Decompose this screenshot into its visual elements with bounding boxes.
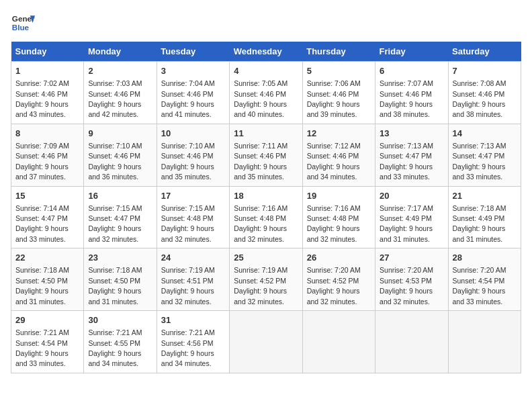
calendar-cell: 7Sunrise: 7:08 AMSunset: 4:46 PMDaylight… — [448, 62, 521, 124]
day-number: 10 — [161, 128, 225, 140]
day-info: Sunrise: 7:15 AMSunset: 4:47 PMDaylight:… — [88, 204, 142, 243]
calendar-cell: 19Sunrise: 7:16 AMSunset: 4:48 PMDayligh… — [302, 186, 375, 248]
calendar-cell: 3Sunrise: 7:04 AMSunset: 4:46 PMDaylight… — [157, 62, 229, 124]
day-info: Sunrise: 7:12 AMSunset: 4:46 PMDaylight:… — [307, 142, 361, 181]
calendar-cell: 11Sunrise: 7:11 AMSunset: 4:46 PMDayligh… — [230, 124, 302, 186]
header-saturday: Saturday — [448, 42, 521, 62]
day-info: Sunrise: 7:19 AMSunset: 4:51 PMDaylight:… — [161, 266, 215, 305]
day-number: 27 — [380, 252, 443, 264]
calendar-cell: 31Sunrise: 7:21 AMSunset: 4:56 PMDayligh… — [157, 311, 229, 373]
day-info: Sunrise: 7:16 AMSunset: 4:48 PMDaylight:… — [307, 204, 361, 243]
calendar-cell — [302, 311, 375, 373]
calendar-cell: 15Sunrise: 7:14 AMSunset: 4:47 PMDayligh… — [11, 186, 84, 248]
day-number: 6 — [380, 65, 443, 77]
day-info: Sunrise: 7:20 AMSunset: 4:54 PMDaylight:… — [453, 266, 506, 305]
day-number: 23 — [88, 252, 152, 264]
header-sunday: Sunday — [11, 42, 84, 62]
day-info: Sunrise: 7:10 AMSunset: 4:46 PMDaylight:… — [161, 142, 215, 181]
page-header: General Blue — [11, 11, 521, 35]
day-number: 3 — [161, 65, 225, 77]
day-info: Sunrise: 7:14 AMSunset: 4:47 PMDaylight:… — [15, 204, 69, 243]
calendar-cell: 16Sunrise: 7:15 AMSunset: 4:47 PMDayligh… — [84, 186, 157, 248]
day-number: 29 — [15, 314, 79, 326]
calendar-cell: 21Sunrise: 7:18 AMSunset: 4:49 PMDayligh… — [448, 186, 521, 248]
day-number: 21 — [453, 190, 517, 202]
day-number: 22 — [15, 252, 79, 264]
day-number: 12 — [307, 128, 371, 140]
calendar-cell: 18Sunrise: 7:16 AMSunset: 4:48 PMDayligh… — [230, 186, 302, 248]
calendar-cell: 5Sunrise: 7:06 AMSunset: 4:46 PMDaylight… — [302, 62, 375, 124]
header-tuesday: Tuesday — [157, 42, 229, 62]
header-monday: Monday — [84, 42, 157, 62]
day-info: Sunrise: 7:09 AMSunset: 4:46 PMDaylight:… — [15, 142, 69, 181]
day-number: 8 — [15, 128, 79, 140]
calendar-cell: 17Sunrise: 7:15 AMSunset: 4:48 PMDayligh… — [157, 186, 229, 248]
day-number: 14 — [453, 128, 517, 140]
day-info: Sunrise: 7:16 AMSunset: 4:48 PMDaylight:… — [234, 204, 287, 243]
header-row: SundayMondayTuesdayWednesdayThursdayFrid… — [11, 42, 521, 62]
day-number: 9 — [88, 128, 152, 140]
day-info: Sunrise: 7:02 AMSunset: 4:46 PMDaylight:… — [15, 79, 69, 118]
calendar-week-3: 15Sunrise: 7:14 AMSunset: 4:47 PMDayligh… — [11, 186, 521, 248]
day-info: Sunrise: 7:13 AMSunset: 4:47 PMDaylight:… — [453, 142, 506, 181]
day-number: 13 — [380, 128, 443, 140]
calendar-cell: 2Sunrise: 7:03 AMSunset: 4:46 PMDaylight… — [84, 62, 157, 124]
day-number: 17 — [161, 190, 225, 202]
calendar-cell: 26Sunrise: 7:20 AMSunset: 4:52 PMDayligh… — [302, 248, 375, 311]
calendar-cell: 10Sunrise: 7:10 AMSunset: 4:46 PMDayligh… — [157, 124, 229, 186]
day-info: Sunrise: 7:20 AMSunset: 4:53 PMDaylight:… — [380, 266, 433, 305]
calendar-cell: 27Sunrise: 7:20 AMSunset: 4:53 PMDayligh… — [375, 248, 448, 311]
day-number: 15 — [15, 190, 79, 202]
svg-text:Blue: Blue — [12, 23, 30, 32]
day-number: 25 — [234, 252, 298, 264]
day-number: 20 — [380, 190, 443, 202]
day-info: Sunrise: 7:21 AMSunset: 4:54 PMDaylight:… — [15, 328, 69, 367]
calendar-cell: 14Sunrise: 7:13 AMSunset: 4:47 PMDayligh… — [448, 124, 521, 186]
calendar-cell: 23Sunrise: 7:18 AMSunset: 4:50 PMDayligh… — [84, 248, 157, 311]
day-number: 2 — [88, 65, 152, 77]
calendar-cell: 29Sunrise: 7:21 AMSunset: 4:54 PMDayligh… — [11, 311, 84, 373]
day-info: Sunrise: 7:17 AMSunset: 4:49 PMDaylight:… — [380, 204, 433, 243]
calendar-week-1: 1Sunrise: 7:02 AMSunset: 4:46 PMDaylight… — [11, 62, 521, 124]
calendar-cell: 24Sunrise: 7:19 AMSunset: 4:51 PMDayligh… — [157, 248, 229, 311]
day-number: 24 — [161, 252, 225, 264]
calendar-cell — [375, 311, 448, 373]
day-number: 5 — [307, 65, 371, 77]
day-info: Sunrise: 7:21 AMSunset: 4:56 PMDaylight:… — [161, 328, 215, 367]
day-number: 18 — [234, 190, 298, 202]
day-info: Sunrise: 7:20 AMSunset: 4:52 PMDaylight:… — [307, 266, 361, 305]
day-number: 4 — [234, 65, 298, 77]
calendar-cell: 13Sunrise: 7:13 AMSunset: 4:47 PMDayligh… — [375, 124, 448, 186]
day-number: 30 — [88, 314, 152, 326]
day-info: Sunrise: 7:19 AMSunset: 4:52 PMDaylight:… — [234, 266, 287, 305]
day-number: 7 — [453, 65, 517, 77]
day-info: Sunrise: 7:08 AMSunset: 4:46 PMDaylight:… — [453, 79, 506, 118]
calendar-cell — [448, 311, 521, 373]
header-wednesday: Wednesday — [230, 42, 302, 62]
day-info: Sunrise: 7:04 AMSunset: 4:46 PMDaylight:… — [161, 79, 215, 118]
logo-icon: General Blue — [11, 11, 35, 35]
calendar-cell: 22Sunrise: 7:18 AMSunset: 4:50 PMDayligh… — [11, 248, 84, 311]
day-number: 28 — [453, 252, 517, 264]
day-info: Sunrise: 7:21 AMSunset: 4:55 PMDaylight:… — [88, 328, 142, 367]
day-number: 31 — [161, 314, 225, 326]
calendar-week-2: 8Sunrise: 7:09 AMSunset: 4:46 PMDaylight… — [11, 124, 521, 186]
calendar-week-4: 22Sunrise: 7:18 AMSunset: 4:50 PMDayligh… — [11, 248, 521, 311]
calendar-cell: 9Sunrise: 7:10 AMSunset: 4:46 PMDaylight… — [84, 124, 157, 186]
day-info: Sunrise: 7:18 AMSunset: 4:50 PMDaylight:… — [15, 266, 69, 305]
day-info: Sunrise: 7:10 AMSunset: 4:46 PMDaylight:… — [88, 142, 142, 181]
calendar-cell: 12Sunrise: 7:12 AMSunset: 4:46 PMDayligh… — [302, 124, 375, 186]
day-info: Sunrise: 7:06 AMSunset: 4:46 PMDaylight:… — [307, 79, 361, 118]
calendar-cell: 1Sunrise: 7:02 AMSunset: 4:46 PMDaylight… — [11, 62, 84, 124]
day-info: Sunrise: 7:18 AMSunset: 4:49 PMDaylight:… — [453, 204, 506, 243]
day-info: Sunrise: 7:11 AMSunset: 4:46 PMDaylight:… — [234, 142, 287, 181]
calendar-table: SundayMondayTuesdayWednesdayThursdayFrid… — [11, 42, 521, 373]
day-info: Sunrise: 7:13 AMSunset: 4:47 PMDaylight:… — [380, 142, 433, 181]
calendar-cell: 28Sunrise: 7:20 AMSunset: 4:54 PMDayligh… — [448, 248, 521, 311]
day-number: 26 — [307, 252, 371, 264]
calendar-cell: 25Sunrise: 7:19 AMSunset: 4:52 PMDayligh… — [230, 248, 302, 311]
calendar-cell: 4Sunrise: 7:05 AMSunset: 4:46 PMDaylight… — [230, 62, 302, 124]
calendar-cell: 30Sunrise: 7:21 AMSunset: 4:55 PMDayligh… — [84, 311, 157, 373]
header-thursday: Thursday — [302, 42, 375, 62]
calendar-cell: 6Sunrise: 7:07 AMSunset: 4:46 PMDaylight… — [375, 62, 448, 124]
